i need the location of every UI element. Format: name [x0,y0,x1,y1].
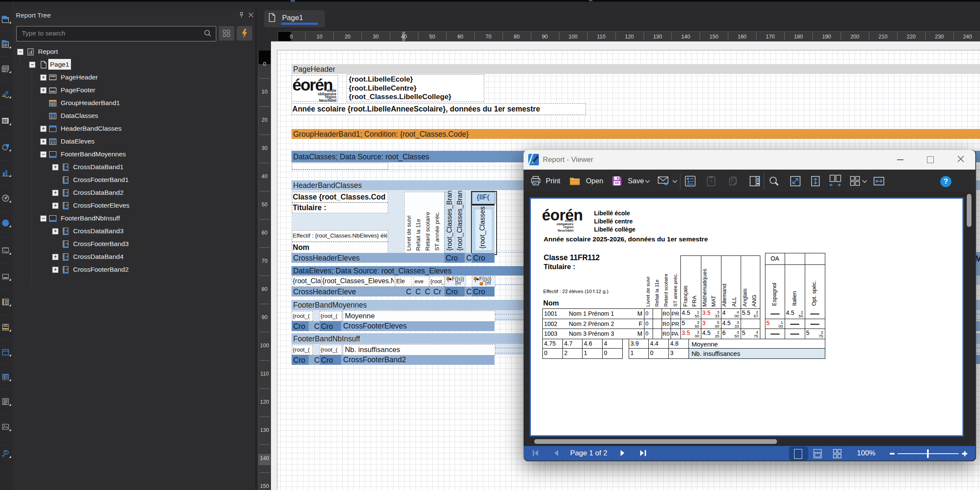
svg-text:A: A [50,102,53,106]
svg-text:?: ? [710,179,712,184]
svg-text:345: 345 [3,121,7,123]
